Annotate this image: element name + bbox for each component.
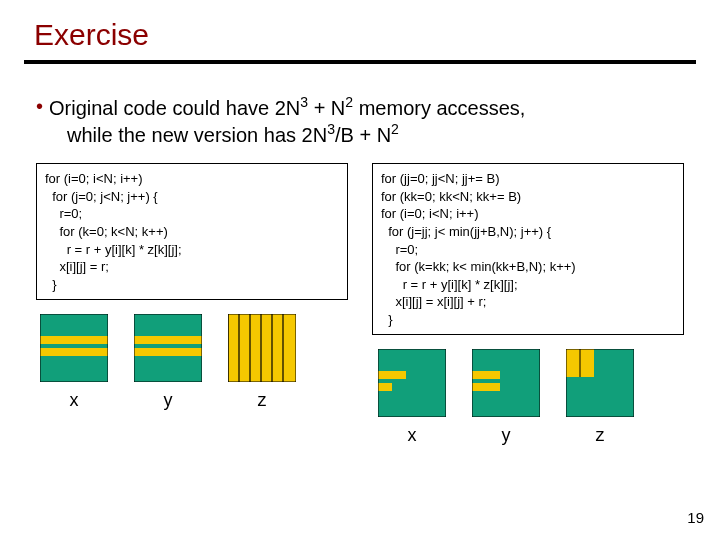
diagram-left-y: y [134, 314, 202, 411]
diagram-left-x: x [40, 314, 108, 411]
bullet-line1-pre: Original code could have 2N [49, 97, 300, 119]
label-right-z: z [566, 425, 634, 446]
svg-rect-2 [40, 348, 108, 356]
svg-rect-22 [472, 371, 500, 379]
codebox-right: for (jj=0; jj<N; jj+= B) for (kk=0; kk<N… [372, 163, 684, 335]
right-column: for (jj=0; jj<N; jj+= B) for (kk=0; kk<N… [372, 163, 684, 446]
left-column: for (i=0; i<N; i++) for (j=0; j<N; j++) … [36, 163, 348, 446]
label-right-y: y [472, 425, 540, 446]
svg-rect-18 [378, 371, 406, 379]
label-right-x: x [378, 425, 446, 446]
svg-rect-19 [378, 383, 392, 391]
svg-rect-9 [228, 314, 296, 382]
bullet-marker: • [36, 94, 49, 147]
svg-rect-3 [54, 348, 64, 356]
svg-rect-7 [134, 348, 202, 356]
bullet-line1-sup1: 3 [300, 94, 308, 110]
label-left-y: y [134, 390, 202, 411]
page-number: 19 [687, 509, 704, 526]
bullet-line1-post: memory accesses, [353, 97, 525, 119]
bullet-line2-sup2: 2 [391, 121, 399, 137]
diagram-right-z: z [566, 349, 634, 446]
bullet-line1-sup2: 2 [345, 94, 353, 110]
bullet-line2-pre: while the new version has 2N [67, 123, 327, 145]
svg-rect-6 [134, 336, 202, 344]
label-left-x: x [40, 390, 108, 411]
codebox-left: for (i=0; i<N; i++) for (j=0; j<N; j++) … [36, 163, 348, 300]
diagram-right-x: x [378, 349, 446, 446]
bullet-paragraph: • Original code could have 2N3 + N2 memo… [0, 64, 720, 163]
bullet-line1-mid: + N [308, 97, 345, 119]
slide-title: Exercise [0, 0, 720, 60]
bullet-line2-mid: /B + N [335, 123, 391, 145]
svg-rect-23 [472, 383, 500, 391]
label-left-z: z [228, 390, 296, 411]
bullet-line2-sup1: 3 [327, 121, 335, 137]
diagram-right-y: y [472, 349, 540, 446]
diagram-left-z: z [228, 314, 296, 411]
svg-rect-1 [40, 336, 108, 344]
